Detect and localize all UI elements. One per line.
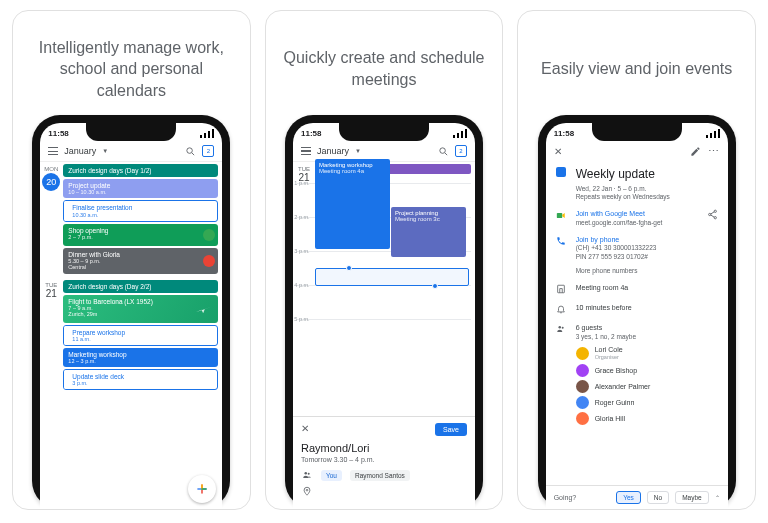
guest-row[interactable]: Grace Bishop: [576, 364, 718, 377]
event-schedule[interactable]: Prepare workshop11 a.m.: [63, 325, 218, 346]
chevron-down-icon[interactable]: ▼: [355, 148, 361, 154]
phone-frame-2: 11:58 January ▼ 2 TUE 21 Workshop 1 p.m.: [285, 115, 483, 509]
today-icon[interactable]: 2: [202, 145, 214, 157]
meet-icon: [556, 209, 566, 221]
close-icon[interactable]: ✕: [554, 146, 562, 157]
chip-you[interactable]: You: [321, 470, 342, 481]
events-day1: Zurich design days (Day 1/2) Project upd…: [62, 162, 222, 278]
create-sheet: ✕ Save Raymond/Lori Tomorrow 3.30 – 4 p.…: [293, 416, 475, 509]
events-day2: Zurich design days (Day 2/2) Flight to B…: [62, 278, 222, 395]
date-gutter: TUE 21: [40, 278, 62, 395]
event-title-input[interactable]: Raymond/Lori: [301, 442, 467, 454]
guest-row[interactable]: Alexander Palmer: [576, 380, 718, 393]
menu-icon[interactable]: [48, 147, 58, 155]
showcase-card-1: Intelligently manage work, school and pe…: [12, 10, 251, 510]
showcase-card-3: Easily view and join events 11:58 ✕ ⋯ We…: [517, 10, 756, 510]
phone-frame-3: 11:58 ✕ ⋯ Weekly update Wed, 22 Jan · 5 …: [538, 115, 736, 509]
event-schedule[interactable]: Marketing workshop12 – 3 p.m.: [63, 348, 218, 367]
event-schedule[interactable]: Dinner with Gloria5.30 – 9 p.m.Central: [63, 248, 218, 274]
bell-icon: [556, 303, 566, 315]
people-icon: [301, 469, 313, 481]
event-schedule[interactable]: Zurich design days (Day 1/2): [63, 164, 218, 177]
guest-row[interactable]: Gloria Hill: [576, 412, 718, 425]
event-schedule[interactable]: Flight to Barcelona (LX 1952)7 – 9 a.m.Z…: [63, 295, 218, 323]
app-header: January ▼ 2: [40, 141, 222, 162]
event-title: Weekly update: [576, 167, 718, 183]
save-button[interactable]: Save: [435, 423, 467, 436]
location-icon: [301, 485, 313, 497]
detail-header: ✕ ⋯: [546, 141, 728, 161]
more-icon[interactable]: ⋯: [708, 145, 720, 157]
edit-icon[interactable]: [690, 145, 702, 157]
close-icon[interactable]: ✕: [301, 423, 309, 434]
event-schedule[interactable]: Shop opening2 – 7 p.m.: [63, 224, 218, 246]
search-icon[interactable]: [184, 145, 196, 157]
event-schedule[interactable]: Project update10 – 10.30 a.m.: [63, 179, 218, 198]
date-gutter: MON 20: [40, 162, 62, 278]
join-phone-link[interactable]: Join by phone: [576, 235, 718, 244]
event-block[interactable]: Project planningMeeting room 3c: [391, 207, 466, 257]
share-icon[interactable]: [707, 209, 718, 220]
search-icon[interactable]: [437, 145, 449, 157]
chevron-up-icon[interactable]: ⌃: [715, 494, 720, 501]
svg-point-0: [187, 147, 193, 153]
caption-3: Easily view and join events: [541, 37, 732, 101]
month-dropdown[interactable]: January: [317, 146, 349, 156]
svg-rect-5: [557, 213, 562, 218]
day-grid[interactable]: 1 p.m. 2 p.m. 3 p.m. 4 p.m. 5 p.m. Marke…: [315, 183, 475, 353]
event-schedule[interactable]: Finalise presentation10.30 a.m.: [63, 200, 218, 221]
svg-point-4: [306, 489, 308, 491]
svg-point-3: [308, 473, 310, 475]
event-schedule[interactable]: Zurich design days (Day 2/2): [63, 280, 218, 293]
chevron-down-icon[interactable]: ▼: [102, 148, 108, 154]
rsvp-no[interactable]: No: [647, 491, 669, 504]
caption-1: Intelligently manage work, school and pe…: [25, 37, 238, 101]
svg-point-1: [439, 147, 445, 153]
svg-point-10: [558, 326, 561, 329]
svg-point-2: [305, 472, 308, 475]
join-meet-link[interactable]: Join with Google Meet: [576, 209, 697, 218]
svg-point-11: [561, 327, 563, 329]
guest-row[interactable]: Roger Guinn: [576, 396, 718, 409]
room-label: Meeting room 4a: [576, 283, 718, 292]
fab-create[interactable]: [188, 475, 216, 503]
guests-count: 6 guests: [576, 323, 718, 332]
caption-2: Quickly create and schedule meetings: [278, 37, 491, 101]
color-swatch: [556, 167, 566, 177]
month-dropdown[interactable]: January: [64, 146, 96, 156]
people-icon: [556, 323, 566, 335]
chip-guest[interactable]: Raymond Santos: [350, 470, 410, 481]
guest-row[interactable]: Lori ColeOrganiser: [576, 345, 718, 361]
event-time-label[interactable]: Tomorrow 3.30 – 4 p.m.: [301, 456, 467, 463]
event-schedule[interactable]: Update slide deck3 p.m.: [63, 369, 218, 390]
showcase-card-2: Quickly create and schedule meetings 11:…: [265, 10, 504, 510]
rsvp-maybe[interactable]: Maybe: [675, 491, 709, 504]
phone-frame-1: 11:58 January ▼ 2 MON 20 Zurich design d…: [32, 115, 230, 509]
menu-icon[interactable]: [301, 147, 311, 155]
today-icon[interactable]: 2: [455, 145, 467, 157]
rsvp-footer: Going? Yes No Maybe ⌃: [546, 485, 728, 509]
rsvp-yes[interactable]: Yes: [616, 491, 641, 504]
going-label: Going?: [554, 494, 611, 501]
more-numbers-link[interactable]: More phone numbers: [576, 267, 718, 275]
room-icon: [556, 283, 566, 295]
new-event-drag[interactable]: [315, 268, 469, 286]
event-block[interactable]: Marketing workshopMeeting room 4a: [315, 159, 390, 249]
phone-icon: [556, 235, 566, 247]
reminder-label: 10 minutes before: [576, 303, 718, 312]
